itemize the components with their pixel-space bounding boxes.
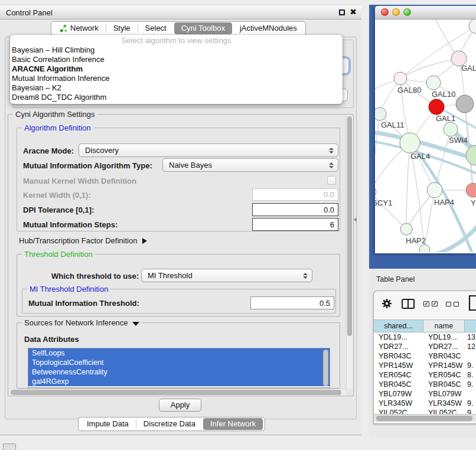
new-table-icon[interactable] [468,295,476,313]
node-label: GAL4 [410,152,430,161]
dropdown-item[interactable]: Basic Correlation Inference [10,55,343,64]
tab-select[interactable]: Select [138,22,174,35]
table-body: YDL19...YDL19...13 YDR27...YDR27...12 YB… [374,332,476,414]
node[interactable] [419,244,430,252]
node-salmon[interactable] [466,183,476,197]
sources-title-toggle[interactable]: Sources for Network Inference [22,318,142,327]
sources-group: Sources for Network Inference Data Attri… [17,322,340,389]
settings-horizontal-scrollbar[interactable] [9,389,345,396]
threshold-definition-group: Threshold Definition Which threshold to … [17,254,340,317]
scrollbar-thumb[interactable] [347,116,352,336]
table-row[interactable]: YIL052CYIL052C9 [374,408,476,414]
table-row[interactable]: YDR27...YDR27...12 [374,342,476,351]
node-gal80[interactable] [394,72,407,85]
which-threshold-label: Which threshold to use: [51,272,139,281]
minimized-panel-button[interactable] [3,444,16,450]
dropdown-item[interactable]: Bayesian – Hill Climbing [10,45,343,55]
group-title: MI Threshold Definition [27,285,110,294]
list-item[interactable]: BetweennessCentrality [28,367,330,377]
mi-threshold-definition-group: MI Threshold Definition Mutual Informati… [22,289,336,314]
network-canvas[interactable]: GAL GAL80 GAL10 GAL1 GAL11 SWI4 GAL4 GCY… [375,19,476,252]
deselect-all-checkboxes-icon[interactable] [446,302,461,311]
table-row[interactable]: YBR043CYBR043C [374,351,476,361]
network-window[interactable]: GAL GAL80 GAL10 GAL1 GAL11 SWI4 GAL4 GCY… [375,6,476,253]
control-panel-tabbar: Network Style Select Cyni Toolbox jActiv… [51,21,306,35]
dropdown-item[interactable]: Mutual Information Inference [10,74,343,83]
node-gal10[interactable] [426,76,441,90]
apply-button[interactable]: Apply [159,399,201,412]
column-header-partial[interactable] [465,320,476,332]
panel-title: Control Panel [6,8,53,17]
tab-cyni-toolbox[interactable]: Cyni Toolbox [174,22,232,34]
tab-infer-network[interactable]: Infer Network [203,418,263,430]
node-neutral[interactable] [456,95,474,113]
table-panel-title: Table Panel [376,275,415,283]
aracne-mode-combo[interactable]: Discovery [79,144,338,157]
settings-gear-icon[interactable] [382,298,392,311]
node-gal4[interactable] [400,133,420,153]
node-gal1-highlighted[interactable] [429,99,444,115]
float-window-icon[interactable] [339,9,345,15]
close-icon[interactable]: ✖ [350,7,357,17]
table-row[interactable]: YBR045CYBR045C9. [374,380,476,389]
group-title: Cyni Algorithm Settings [13,110,97,119]
algorithm-definition-group: Algorithm Definition Aracne Mode: Discov… [17,128,340,231]
node-hap4[interactable] [427,182,442,198]
dropdown-item[interactable]: Bayesian – K2 [10,83,343,93]
tab-network[interactable]: Network [53,22,106,35]
table-horizontal-scrollbar[interactable] [374,414,476,422]
list-item[interactable]: SelfLoops [28,348,330,358]
mi-steps-field[interactable] [252,218,338,231]
table-row[interactable]: YBL079WYBL079W [374,389,476,399]
table-row[interactable]: YPR145WYPR145W9. [374,361,476,370]
list-item[interactable]: gal4RGexp [28,377,330,386]
network-graph: GAL GAL80 GAL10 GAL1 GAL11 SWI4 GAL4 GCY… [375,19,476,252]
network-window-titlebar[interactable] [375,6,476,19]
column-header-shared-name[interactable]: shared... [374,320,423,332]
close-traffic-light-icon[interactable] [381,8,389,16]
node-label: GAL10 [432,90,455,99]
tab-jactivemnodules[interactable]: jActiveMNodules [233,22,304,35]
mi-algorithm-type-combo[interactable]: Naive Bayes [162,158,338,172]
node-swi4[interactable] [444,122,458,136]
node-hap2[interactable] [400,223,412,235]
table-row[interactable]: YDL19...YDL19...13 [374,332,476,342]
hub-section-toggle[interactable]: Hub/Transcription Factor Definition [19,236,147,245]
tab-impute-data[interactable]: Impute Data [80,418,136,431]
minimize-traffic-light-icon[interactable] [392,8,400,16]
scrollbar-thumb[interactable] [376,416,472,421]
split-pane-collapse-arrow[interactable] [354,217,357,222]
dpi-tolerance-field[interactable] [252,203,338,216]
mi-threshold-field[interactable] [250,296,334,309]
manual-kernel-width-checkbox[interactable] [327,176,336,185]
node[interactable] [469,19,476,34]
aracne-mode-label: Aracne Mode: [23,146,74,155]
node[interactable] [466,145,476,165]
tab-style[interactable]: Style [106,22,138,35]
data-attributes-list[interactable]: SelfLoops TopologicalCoefficient Between… [28,348,330,388]
node-label: HAP4 [434,198,454,207]
show-columns-icon[interactable] [402,299,415,311]
select-all-checkboxes-icon[interactable]: ✓✓ [423,301,440,310]
network-icon [60,24,67,32]
zoom-traffic-light-icon[interactable] [403,8,411,16]
list-item[interactable]: TopologicalCoefficient [28,358,330,367]
settings-vertical-scrollbar[interactable] [346,116,353,389]
list-scrollbar-thumb[interactable] [323,350,328,386]
scrollbar-thumb[interactable] [11,390,341,395]
node-label: GAL [461,64,476,73]
dropdown-item[interactable]: Dream8 DC_TDC Algorithm [10,93,343,102]
kernel-width-field[interactable] [252,188,338,201]
table-row[interactable]: YER054CYER054C8. [374,370,476,380]
combo-arrows-icon [329,162,334,168]
column-header-name[interactable]: name [423,320,465,332]
dpi-tolerance-label: DPI Tolerance [0,1]: [23,206,94,214]
node-gal11[interactable] [375,107,386,120]
table-row[interactable]: YLR345WYLR345W9. [374,399,476,408]
dropdown-prompt: Select algorithm to view settings [10,35,343,45]
which-threshold-combo[interactable]: MI Threshold [141,269,312,282]
tab-discretize-data[interactable]: Discretize Data [136,418,203,431]
dropdown-item-highlighted[interactable]: ARACNE Algorithm [10,64,343,74]
combo-arrows-icon [329,148,334,154]
node-gcy1[interactable] [375,186,376,198]
